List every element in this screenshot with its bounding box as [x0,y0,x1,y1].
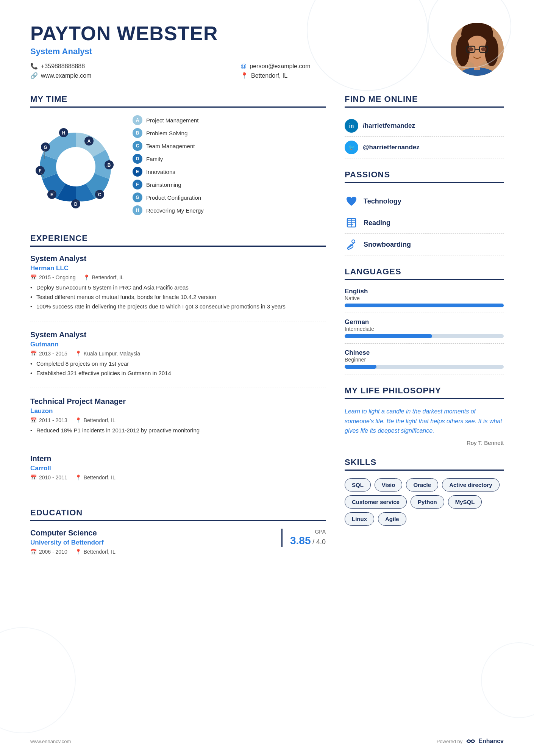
edu-item-0: Computer Science University of Bettendor… [30,529,326,555]
skill-customer-service: Customer service [345,495,407,509]
svg-text:G: G [44,145,47,150]
exp-meta-1: 📅 2013 - 2015 📍 Kuala Lumpur, Malaysia [30,351,326,357]
skill-mysql: MySQL [448,495,482,509]
header: PAYTON WEBSTER System Analyst 📞 +3598888… [30,23,504,79]
legend-dot-c: C [133,141,142,151]
gpa-label: GPA [290,529,326,535]
passion-technology: Technology [345,191,504,212]
left-column: MY TIME [30,94,326,562]
loc-icon-1: 📍 [75,351,81,357]
social-linkedin: in /harrietfernandez [345,115,504,137]
pie-chart-svg: A B C D E [30,121,121,212]
email-value: person@example.com [250,63,310,70]
lang-bar-bg-german [345,334,504,338]
exp-meta-3: 📅 2010 - 2011 📍 Bettendorf, IL [30,474,326,481]
loc-icon-3: 📍 [75,474,81,481]
philosophy-title: MY LIFE PHILOSOPHY [345,386,504,399]
exp-date-3: 📅 2010 - 2011 [30,474,67,481]
lang-bar-fill-german [345,334,432,338]
lang-level-chinese: Beginner [345,357,504,363]
svg-text:H: H [62,130,66,136]
lang-name-chinese: Chinese [345,349,504,357]
exp-loc-1: 📍 Kuala Lumpur, Malaysia [75,351,140,357]
legend-label-d: Family [146,156,163,162]
contact-email: @ person@example.com [240,63,436,70]
exp-bullets-0: Deploy SunAccount 5 System in PRC and As… [30,283,326,310]
resume-page: PAYTON WEBSTER System Analyst 📞 +3598888… [0,0,534,756]
philosophy-author: Roy T. Bennett [345,440,504,446]
lang-german: German Intermediate [345,318,504,344]
svg-point-5 [485,36,498,66]
exp-company-3: Carroll [30,465,326,472]
skill-agile: Agile [378,512,406,526]
loc-icon-edu: 📍 [75,549,81,555]
lang-level-english: Native [345,295,504,301]
social-twitter: 🐦 @harrietfernandez [345,137,504,158]
legend-label-h: Recovering My Energy [146,207,204,214]
gpa-value: 3.85 / 4.0 [290,535,326,547]
legend-label-b: Problem Solving [146,130,187,136]
exp-bullet-0-0: Deploy SunAccount 5 System in PRC and As… [30,283,326,291]
skill-sql: SQL [345,478,371,491]
passion-label-snowboarding: Snowboarding [364,241,411,249]
exp-title-3: Intern [30,454,326,463]
skills-section: SKILLS SQL Visio Oracle Active directory… [345,457,504,526]
avatar [451,23,504,76]
experience-section: EXPERIENCE System Analyst Herman LLC 📅 2… [30,233,326,493]
legend-label-g: Product Configuration [146,194,201,201]
exp-company-2: Lauzon [30,407,326,415]
languages-section: LANGUAGES English Native German Intermed… [345,267,504,374]
exp-bullets-2: Reduced 18% P1 incidents in 2011-2012 by… [30,426,326,434]
exp-bullet-1-0: Completed 8 projects on my 1st year [30,360,326,368]
gpa-number: 3.85 [290,535,311,546]
contact-website: 🔗 www.example.com [30,72,225,79]
svg-text:A: A [87,139,91,144]
lang-bar-fill-chinese [345,365,376,369]
exp-title-0: System Analyst [30,254,326,263]
my-time-content: A B C D E [30,115,326,218]
svg-point-9 [468,47,473,51]
svg-text:B: B [108,163,111,168]
exp-item-3: Intern Carroll 📅 2010 - 2011 📍 Bettendor… [30,454,326,493]
location-value: Bettendorf, IL [251,72,287,79]
legend-label-c: Team Management [146,143,195,149]
footer-website: www.enhancv.com [30,739,71,744]
loc-icon-0: 📍 [83,274,90,280]
book-icon [345,216,358,230]
candidate-name: PAYTON WEBSTER [30,23,436,44]
legend-label-a: Project Management [146,117,198,124]
exp-item-2: Technical Project Manager Lauzon 📅 2011 … [30,397,326,445]
svg-rect-12 [474,63,480,70]
exp-bullets-1: Completed 8 projects on my 1st year Esta… [30,360,326,377]
lang-name-german: German [345,318,504,326]
right-column: FIND ME ONLINE in /harrietfernandez 🐦 @h… [345,94,504,562]
exp-bullet-0-2: 100% success rate in delivering the proj… [30,302,326,310]
education-section: EDUCATION Computer Science University of… [30,508,326,555]
exp-title-1: System Analyst [30,330,326,339]
legend-dot-b: B [133,128,142,138]
skill-active-directory: Active directory [442,478,499,491]
exp-loc-text-0: Bettendorf, IL [92,274,124,280]
avatar-image [451,23,504,76]
location-icon: 📍 [240,72,248,79]
snowboard-icon [345,238,358,251]
passions-section: PASSIONS Technology [345,170,504,255]
pie-chart: A B C D E [30,121,121,212]
skill-visio: Visio [375,478,403,491]
candidate-title: System Analyst [30,47,436,56]
passion-label-technology: Technology [364,197,401,205]
twitter-handle: @harrietfernandez [363,144,420,151]
exp-date-text-2: 2011 - 2013 [39,417,67,423]
skill-linux: Linux [345,512,374,526]
legend-dot-a: A [133,115,142,125]
svg-point-13 [56,147,95,186]
legend-item-g: G Product Configuration [133,193,326,202]
find-online-title: FIND ME ONLINE [345,94,504,108]
exp-title-2: Technical Project Manager [30,397,326,406]
exp-bullet-1-1: Established 321 effective policies in Gu… [30,369,326,377]
my-time-section: MY TIME [30,94,326,218]
contact-phone: 📞 +359888888888 [30,63,225,70]
edu-loc-0: 📍 Bettendorf, IL [75,549,116,555]
languages-title: LANGUAGES [345,267,504,280]
passion-snowboarding: Snowboarding [345,234,504,255]
